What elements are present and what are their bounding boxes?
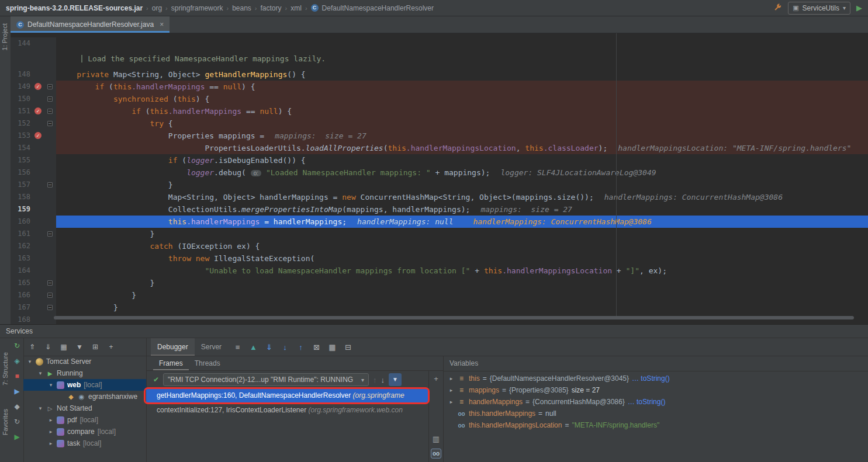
gutter[interactable]: 160 [11, 216, 56, 228]
tree-chevron-icon[interactable]: ▾ [27, 359, 33, 364]
tree-item-not-started[interactable]: ▾▷Not Started [23, 402, 146, 414]
stripe-button-favorites[interactable]: Favorites [2, 409, 9, 435]
tool-window-header[interactable]: Services [0, 325, 868, 338]
run-icon[interactable]: ▶ [11, 429, 23, 444]
expand-all-icon[interactable]: ⇓ [43, 343, 53, 351]
run-configuration-select[interactable]: ▣ ServiceUtils ▾ [788, 2, 850, 15]
run-button[interactable]: ▶ [856, 4, 862, 12]
stack-frame-row[interactable]: getHandlerMappings:160, DefaultNamespace… [146, 388, 429, 403]
upload-icon[interactable]: ↑ [295, 343, 307, 352]
code-line[interactable]: PropertiesLoaderUtils.loadAllProperties(… [56, 142, 868, 154]
tree-chevron-icon[interactable]: ▸ [48, 417, 54, 423]
restore-layout-icon[interactable]: ▲ [247, 343, 260, 352]
gutter[interactable]: 168 [11, 314, 56, 324]
code-line[interactable] [56, 37, 868, 50]
breadcrumb-root[interactable]: spring-beans-3.2.0.RELEASE-sources.jar [6, 4, 143, 12]
stop-icon[interactable]: ■ [11, 369, 23, 384]
tostring-link[interactable]: … toString() [628, 398, 666, 406]
breakpoint-icon[interactable]: ✓ [34, 107, 42, 114]
gutter[interactable]: 149✓– [11, 81, 56, 93]
code-line[interactable]: Map<String, Object> handlerMappings = ne… [56, 191, 868, 203]
breadcrumb-item[interactable]: xml [291, 4, 302, 12]
fold-icon[interactable]: – [47, 231, 53, 237]
variable-row[interactable]: ▸≡mappings = {Properties@3085} size = 27 [444, 384, 868, 396]
code-line[interactable]: try { [56, 117, 868, 130]
fold-icon[interactable]: – [47, 109, 53, 114]
gutter[interactable]: 148 [11, 68, 56, 81]
code-line[interactable]: catch (IOException ex) { [56, 240, 868, 252]
tree-item-compare[interactable]: ▸compare [local] [23, 426, 146, 437]
menu-icon[interactable]: ≡ [231, 343, 244, 352]
frame-up-icon[interactable]: ↑ [373, 376, 377, 384]
code-line[interactable]: } [56, 179, 868, 191]
code-line[interactable]: } [56, 228, 868, 240]
variable-row[interactable]: oothis.handlerMappingsLocation = "META-I… [444, 419, 868, 431]
view-options-icon[interactable]: ⊞ [90, 343, 101, 351]
code-line[interactable]: if (this.handlerMappings == null) { [56, 105, 868, 117]
breadcrumb-class[interactable]: DefaultNamespaceHandlerResolver [322, 4, 434, 12]
code-line[interactable]: CollectionUtils.mergePropertiesIntoMap(m… [56, 203, 868, 216]
hide-frames-filter-icon[interactable]: ▼ [389, 373, 402, 386]
show-watches-icon[interactable]: oo [431, 449, 441, 458]
stripe-button-7-structure[interactable]: 7: Structure [2, 352, 9, 385]
tree-item-pdf[interactable]: ▸pdf [local] [23, 414, 146, 426]
collapse-all-icon[interactable]: ⇑ [27, 343, 37, 351]
fold-icon[interactable]: – [47, 84, 53, 89]
tab-debugger[interactable]: Debugger [151, 338, 195, 356]
breakpoint-icon[interactable]: ✓ [34, 83, 42, 90]
fold-icon[interactable]: – [47, 96, 53, 102]
stack-frame-row[interactable]: contextInitialized:127, IrisContextLoade… [146, 403, 429, 418]
variable-row[interactable]: ▸≡this = {DefaultNamespaceHandlerResolve… [444, 373, 868, 384]
debug-icon[interactable]: ◈ [11, 353, 23, 369]
add-watch-icon[interactable]: + [431, 374, 441, 383]
gutter[interactable]: 165– [11, 277, 56, 289]
gutter[interactable]: 144 [11, 37, 56, 50]
expand-chevron-icon[interactable]: ▸ [448, 399, 454, 405]
tree-item-tomcat-server[interactable]: ▾Tomcat Server [23, 356, 146, 367]
code-line[interactable]: Properties mappings =mappings: size = 27 [56, 130, 868, 142]
fold-icon[interactable]: – [47, 182, 53, 187]
gutter[interactable]: 164 [11, 265, 56, 277]
gutter[interactable]: 153✓ [11, 130, 56, 142]
tree-chevron-icon[interactable]: ▾ [37, 370, 43, 376]
tostring-link[interactable]: … toString() [632, 374, 670, 383]
breakpoints-icon[interactable]: ◆ [11, 399, 23, 414]
thread-dropdown[interactable]: "RMI TCP Connection(2)-12...up "RMI Runt… [163, 373, 369, 386]
gutter[interactable]: 167– [11, 301, 56, 314]
code-line[interactable]: "Unable to load NamespaceHandler mapping… [56, 265, 868, 277]
expand-chevron-icon[interactable]: ▸ [448, 387, 454, 393]
editor-tab[interactable]: C DefaultNamespaceHandlerResolver.java × [11, 16, 170, 33]
tab-frames[interactable]: Frames [153, 356, 189, 370]
code-line[interactable]: if (this.handlerMappings == null) { [56, 81, 868, 93]
gutter[interactable]: 162 [11, 240, 56, 252]
code-line[interactable]: synchronized (this) { [56, 93, 868, 105]
breadcrumb-item[interactable]: org [152, 4, 162, 12]
variable-row[interactable]: ▸≡handlerMappings = {ConcurrentHashMap@3… [444, 396, 868, 408]
code-line[interactable]: if (logger.isDebugEnabled()) { [56, 154, 868, 166]
breadcrumb-item[interactable]: springframework [171, 4, 223, 12]
layout-icon[interactable]: ⊟ [342, 343, 354, 352]
gutter[interactable]: 151✓– [11, 105, 56, 117]
gutter[interactable]: 156 [11, 166, 56, 179]
code-line[interactable]: this.handlerMappings = handlerMappings;h… [56, 216, 868, 228]
fold-icon[interactable]: – [47, 293, 53, 298]
fold-icon[interactable]: – [47, 280, 53, 286]
code-line[interactable]: Load the specified NamespaceHandler mapp… [56, 50, 868, 68]
horizontal-scrollbar[interactable] [54, 316, 854, 319]
tab-server[interactable]: Server [195, 338, 228, 356]
tree-chevron-icon[interactable]: ▾ [48, 382, 54, 388]
gutter[interactable]: 161– [11, 228, 56, 240]
breadcrumb-item[interactable]: factory [261, 4, 282, 12]
gutter[interactable]: 166– [11, 289, 56, 301]
gutter[interactable]: 152– [11, 117, 56, 130]
tab-threads[interactable]: Threads [189, 356, 226, 370]
code-line[interactable]: } [56, 301, 868, 314]
tree-chevron-icon[interactable]: ▸ [48, 429, 54, 435]
code-editor[interactable]: 144Load the specified NamespaceHandler m… [11, 33, 868, 324]
gutter[interactable]: 163 [11, 252, 56, 265]
tree-item-web[interactable]: ▾web [local] [23, 379, 146, 391]
paste-icon[interactable]: ▥ [431, 435, 441, 443]
tree-chevron-icon[interactable]: ▸ [48, 440, 54, 446]
filter-icon[interactable]: ▼ [74, 343, 85, 351]
gutter[interactable] [11, 50, 56, 68]
